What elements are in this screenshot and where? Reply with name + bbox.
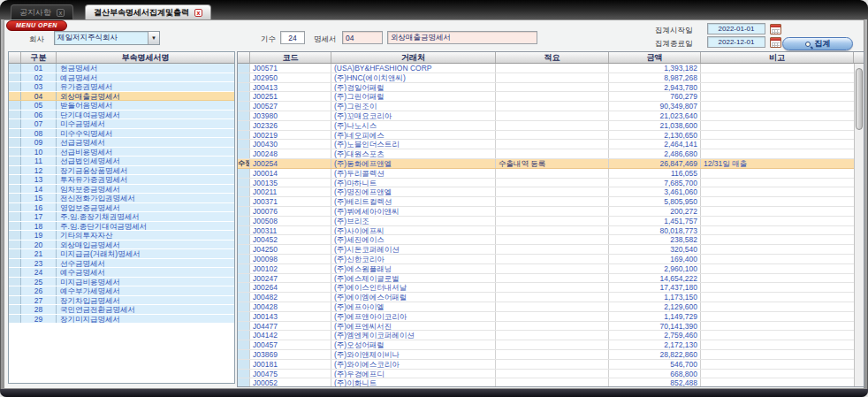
list-item[interactable]: 25미지급비용명세서 <box>9 278 234 287</box>
table-row[interactable]: J00181(주)와이에스코리아546,700 <box>238 360 854 370</box>
list-item[interactable]: 28국민연금전환금명세서 <box>9 305 234 315</box>
row-status <box>238 264 250 273</box>
chevron-down-icon: ▼ <box>148 32 159 44</box>
table-row[interactable]: J00251(주)그린어패럴760,279 <box>238 92 854 102</box>
table-row[interactable]: J00248(주)대원스포츠2,486,680 <box>238 149 854 159</box>
table-row[interactable]: J04477(주)에프엔씨서진70,141,390 <box>238 322 854 332</box>
table-row[interactable]: J00211(주)명진에프앤엘3,461,060 <box>238 187 854 197</box>
table-row[interactable]: J02326(주)나노시스21,038,600 <box>238 121 854 131</box>
list-item[interactable]: 15전신전화가입권명세서 <box>9 194 234 203</box>
aggregate-button[interactable]: 집계 <box>782 37 853 50</box>
table-row[interactable]: J00571(USA)BY&HFASHION CORP1,393,182 <box>238 64 854 73</box>
list-item[interactable]: 01현금명세서 <box>9 64 234 73</box>
tab-notice[interactable]: 공지사항 x <box>11 4 73 19</box>
table-row[interactable]: J00457(주)오성어패럴2,172,130 <box>238 340 854 350</box>
table-row[interactable]: J00413(주)경일어패럴2,943,780 <box>238 83 854 93</box>
cell-description: 수출내역 등록 <box>496 159 609 168</box>
tab-report[interactable]: 결산부속명세서집계및출력 x <box>85 4 211 19</box>
list-item[interactable]: 20외상매입금명세서 <box>9 240 234 250</box>
table-row[interactable]: J00264(주)에이스인터내셔날17,437,180 <box>238 283 854 293</box>
list-item[interactable]: 26예수부가세명세서 <box>9 286 234 296</box>
list-item[interactable]: 09선급금명세서 <box>9 138 234 148</box>
list-item[interactable]: 17주.임.종장기채권명세서 <box>9 212 234 222</box>
row-name: 현금명세서 <box>57 64 234 73</box>
list-item[interactable]: 24예수금명세서 <box>9 268 234 278</box>
row-code: 28 <box>21 305 57 314</box>
table-row[interactable]: J00143(주)에프앤아이코리아1,149,729 <box>238 312 854 322</box>
table-row[interactable]: J00482(주)에이엠에스어패럴1,173,150 <box>238 293 854 302</box>
cell-customer: (주)에프앤아이코리아 <box>331 312 496 321</box>
list-item[interactable]: 21미지급금(거래처)명세서 <box>9 249 234 259</box>
row-indicator <box>9 240 21 249</box>
statement-code-input[interactable] <box>342 31 383 44</box>
table-row[interactable]: J00452(주)세진에이스238,582 <box>238 235 854 245</box>
table-row[interactable]: J00430(주)노블인더스트리2,464,141 <box>238 140 854 149</box>
list-item[interactable]: 12장기금융상품명세서 <box>9 166 234 176</box>
list-item[interactable]: 10선급비용명세서 <box>9 148 234 157</box>
table-row[interactable]: J00052(주)이화니트852,488 <box>238 378 854 386</box>
table-row[interactable]: J00014(주)두리콜렉션116,055 <box>238 169 854 179</box>
table-row[interactable]: J00508(주)브리조1,451,757 <box>238 217 854 226</box>
cell-amount: 1,149,729 <box>609 312 701 321</box>
name-column-header: 부속명세서명 <box>57 52 234 63</box>
list-item[interactable]: 06단기대여금명세서 <box>9 111 234 120</box>
cell-note: 12/31일 매출 <box>701 159 854 168</box>
table-row[interactable]: J00102(주)에스윔플래닝2,960,100 <box>238 264 854 274</box>
list-item[interactable]: 02예금명세서 <box>9 73 234 83</box>
table-row[interactable]: J00371(주)베리트컬렉션5,805,950 <box>238 197 854 207</box>
list-item[interactable]: 23선수금명세서 <box>9 259 234 269</box>
list-item[interactable]: 27장기차입금명세서 <box>9 296 234 306</box>
table-row[interactable]: J00428(주)에프아이엘2,129,600 <box>238 302 854 312</box>
calendar-icon[interactable] <box>770 37 781 48</box>
table-row[interactable]: J00076(주)뷔에세아이앤씨200,272 <box>238 207 854 217</box>
list-item[interactable]: 14임차보증금명세서 <box>9 185 234 195</box>
list-item[interactable]: 18주.임.종단기대여금명세서 <box>9 222 234 232</box>
table-row[interactable]: J00475(주)우경에프디668,800 <box>238 370 854 379</box>
cell-note <box>701 83 854 92</box>
table-row[interactable]: J00219(주)네오피에스2,130,650 <box>238 131 854 141</box>
list-item[interactable]: 11선급법인세명세서 <box>9 157 234 166</box>
row-status <box>238 64 250 73</box>
list-item[interactable]: 13투자유가증권명세서 <box>9 175 234 185</box>
end-date-input[interactable] <box>707 36 765 48</box>
scrollbar-thumb[interactable] <box>856 68 863 130</box>
row-status <box>238 140 250 149</box>
statement-name-input[interactable] <box>387 31 537 44</box>
list-item[interactable]: 03유가증권명세서 <box>9 82 234 92</box>
list-item[interactable]: 29장기미지급명세서 <box>9 315 234 324</box>
close-icon[interactable]: x <box>57 9 65 17</box>
table-row[interactable]: J03980(주)꼬매요코리아21,023,640 <box>238 111 854 121</box>
table-row[interactable]: J00311(주)사이에프씨80,018,773 <box>238 226 854 236</box>
start-date-input[interactable] <box>707 23 765 34</box>
table-row[interactable]: J00247(주)에스제이글로벌14,654,222 <box>238 274 854 284</box>
table-row[interactable]: J00098(주)신한코리아169,400 <box>238 255 854 264</box>
table-row[interactable]: J02950(주)HNC(에이치앤씨)8,987,268 <box>238 73 854 83</box>
detail-table-body: J00571(USA)BY&HFASHION CORP1,393,182J029… <box>238 64 854 386</box>
table-row[interactable]: 수정J00254(주)동화에프앤엘수출내역 등록26,847,46912/31일… <box>238 159 854 169</box>
menu-open-badge[interactable]: MENU OPEN <box>6 20 67 31</box>
list-item[interactable]: 19기타의투자자산 <box>9 231 234 240</box>
calendar-icon[interactable] <box>770 24 781 34</box>
list-item[interactable]: 05받을어음명세서 <box>9 101 234 111</box>
cell-customer: (주)대원스포츠 <box>331 149 496 158</box>
vertical-scrollbar[interactable] <box>854 64 864 386</box>
row-code: 08 <box>21 129 57 138</box>
table-row[interactable]: J00527(주)그린조이90,349,807 <box>238 102 854 111</box>
close-icon[interactable]: x <box>194 9 202 17</box>
table-row[interactable]: J04250(주)시온코퍼레이션320,540 <box>238 245 854 255</box>
period-input[interactable] <box>280 31 305 44</box>
list-item[interactable]: 16영업보증금명세서 <box>9 203 234 213</box>
cell-code: J00098 <box>250 255 331 263</box>
cell-customer: (주)신한코리아 <box>331 255 496 263</box>
table-row[interactable]: J03869(주)와이앤제이비나28,822,860 <box>238 350 854 360</box>
table-row[interactable]: J04142(주)엠엔케이코퍼레이션2,759,460 <box>238 331 854 340</box>
company-select[interactable]: 제일저지주식회사 ▼ <box>54 31 160 45</box>
list-item[interactable]: 07미수금명세서 <box>9 119 234 129</box>
cell-customer: (주)그린어패럴 <box>331 92 496 101</box>
row-code: 15 <box>21 194 57 202</box>
cell-customer: (주)경일어패럴 <box>331 83 496 92</box>
list-item[interactable]: 04외상매출금명세서 <box>9 92 234 102</box>
cell-description <box>496 187 609 196</box>
list-item[interactable]: 08미수수익명세서 <box>9 129 234 139</box>
table-row[interactable]: J00135(주)마하니트7,685,700 <box>238 179 854 188</box>
